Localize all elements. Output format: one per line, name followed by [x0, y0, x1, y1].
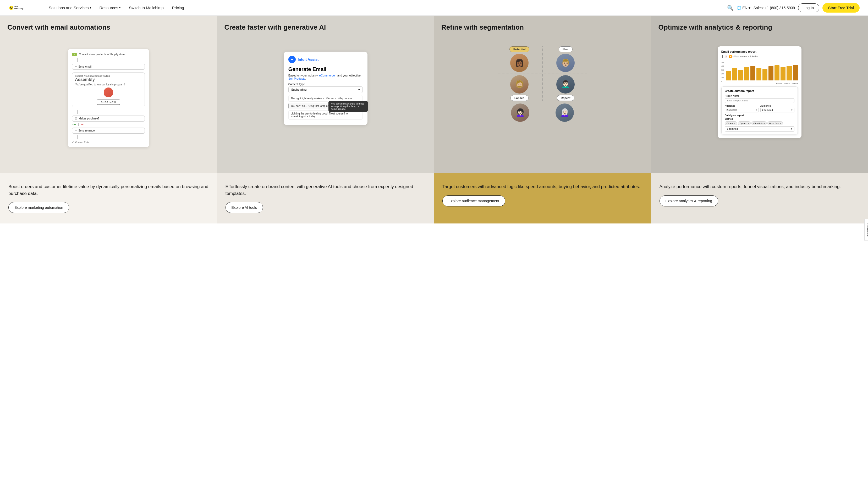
- chevron-down-icon: ▾: [791, 109, 793, 111]
- search-icon[interactable]: 🔍: [727, 5, 734, 11]
- reporting-description: Analyze performance with custom reports,…: [659, 183, 860, 190]
- person-avatar-1: 👩🏾: [510, 54, 529, 72]
- explore-marketing-button[interactable]: Explore marketing automation: [8, 202, 69, 213]
- seg-cell-repeat: 👨🏻‍🦱 Repeat: [544, 75, 587, 101]
- analytics-report-title: Email performance report: [721, 50, 798, 53]
- bar-11: [786, 66, 792, 81]
- bar-9: [775, 65, 779, 81]
- analytics-heading: Optimize with analytics & reporting: [651, 16, 868, 36]
- marketing-description: Boost orders and customer lifetime value…: [8, 183, 209, 197]
- y-axis: 50k40k30k20k10k0: [721, 62, 725, 83]
- flow-send-reminder: ✉ Send reminder: [72, 128, 145, 133]
- switch-link[interactable]: Switch to Mailchimp: [126, 3, 167, 12]
- bar-chart: [726, 59, 798, 81]
- explore-ai-button[interactable]: Explore AI tools: [225, 202, 263, 213]
- ai-description: Effortlessly create on-brand content wit…: [225, 183, 426, 197]
- menu-icon[interactable]: Memo: Clicked ▾: [740, 55, 758, 58]
- line-chart-icon[interactable]: 📈: [724, 55, 727, 58]
- bar-2: [732, 68, 737, 81]
- potential-badge: Potential: [509, 47, 529, 52]
- content-type-select[interactable]: Subheading ▾: [288, 86, 363, 93]
- bar-10: [780, 67, 785, 81]
- analytics-card: Email performance report ▐ 📈 🔽 Fill as M…: [718, 47, 802, 138]
- feedback-tab[interactable]: Feedback: [864, 219, 868, 223]
- svg-text:mailchimp: mailchimp: [14, 7, 24, 9]
- automation-visual: S Contact views products in Shopify stor…: [0, 36, 217, 173]
- metrics-tags: Clicked × Opened × Click Rate × Open Rat…: [725, 121, 795, 125]
- filter-icon[interactable]: 🔽 Fill as: [729, 55, 739, 58]
- seg-grid: Potential 👩🏾 New 👨🏼: [498, 47, 587, 101]
- chevron-down-icon: ▾: [791, 128, 792, 130]
- pricing-link[interactable]: Pricing: [169, 3, 187, 12]
- metrics-label: Metrics: [725, 118, 795, 120]
- audience-row: Audience 2 selected ▾ Audience 2 selecte…: [725, 104, 795, 112]
- flow-line: [77, 58, 78, 62]
- lapsed-badge: Lapsed: [510, 95, 529, 101]
- ecommerce-link[interactable]: eCommerce: [319, 74, 335, 77]
- bar-chart-icon[interactable]: ▐: [721, 55, 723, 58]
- bottom-cards-section: Boost orders and customer lifetime value…: [0, 173, 868, 223]
- bar-4: [744, 67, 749, 81]
- selected-metrics-dropdown[interactable]: 6 selected ▾: [725, 126, 795, 131]
- flow-send-email: ✉ Send email: [72, 64, 145, 70]
- svg-point-2: [12, 6, 12, 8]
- seg-cell-potential: Potential 👩🏾: [498, 47, 541, 72]
- analytics-visual: Email performance report ▐ 📈 🔽 Fill as M…: [651, 36, 868, 173]
- person-icon: 👩🏾: [515, 58, 524, 67]
- audience-select-2[interactable]: 2 selected ▾: [761, 108, 795, 112]
- chart-toolbar: ▐ 📈 🔽 Fill as Memo: Clicked ▾: [721, 55, 798, 58]
- audience-select-1[interactable]: 2 selected ▾: [725, 108, 759, 112]
- metric-opened[interactable]: Opened ×: [738, 121, 751, 125]
- report-name-field: Report Name: [725, 95, 795, 103]
- audience-field-1: Audience 2 selected ▾: [725, 104, 759, 112]
- intuit-assist-icon: ✦: [288, 56, 296, 63]
- feature-ai: Create faster with generative AI ✦ Intui…: [217, 16, 434, 173]
- flow-shopify: S Contact views products in Shopify stor…: [72, 53, 145, 56]
- content-type-label: Content Type: [288, 83, 363, 86]
- tooltip: You can't hold a candle to these savings…: [329, 101, 368, 112]
- nav-links: Solutions and Services ▾ Resources ▾ Swi…: [45, 3, 727, 12]
- nav-right: 🔍 🌐 EN ▾ Sales: +1 (800) 315-5939 Log In…: [727, 3, 860, 12]
- segmentation-grid: Potential 👩🏾 New 👨🏼: [498, 47, 587, 122]
- phone-number: Sales: +1 (800) 315-5939: [753, 6, 795, 10]
- bar-5: [750, 66, 755, 81]
- email-icon: ✉: [75, 65, 77, 68]
- dashed-horizontal-line: [498, 73, 587, 74]
- feature-analytics: Optimize with analytics & reporting Emai…: [651, 16, 868, 173]
- login-button[interactable]: Log In: [798, 3, 819, 12]
- svg-point-1: [10, 6, 11, 8]
- chevron-down-icon: ▾: [756, 109, 757, 111]
- person-icon: 👩🏻‍🦳: [560, 108, 569, 117]
- logo[interactable]: intuit mailchimp: [8, 3, 37, 12]
- automation-heading: Convert with email automations: [0, 16, 217, 36]
- content-block-1: The right light really makes a differenc…: [288, 95, 363, 102]
- report-name-input[interactable]: [725, 98, 795, 103]
- ai-heading: Create faster with generative AI: [217, 16, 434, 36]
- resources-menu[interactable]: Resources ▾: [96, 3, 124, 12]
- person-icon: 👨🏼: [561, 58, 570, 67]
- solutions-menu[interactable]: Solutions and Services ▾: [45, 3, 94, 12]
- person-avatar-3: 🧔🏼: [510, 75, 529, 93]
- person-icon: 👩🏻‍🦱: [516, 108, 525, 117]
- bottom-card-ai: Effortlessly create on-brand content wit…: [217, 173, 434, 223]
- gen-email-title: Generate Email: [288, 66, 363, 72]
- metric-clicked[interactable]: Clicked ×: [725, 121, 737, 125]
- metric-open-rate[interactable]: Open Rate ×: [768, 121, 783, 125]
- language-selector[interactable]: 🌐 EN ▾: [737, 6, 750, 10]
- seg-cell-lapsed-person: 🧔🏼 Lapsed: [498, 75, 541, 101]
- metric-click-rate[interactable]: Click Rate ×: [751, 121, 766, 125]
- lamp-icon: [104, 88, 113, 97]
- trial-button[interactable]: Start Free Trial: [823, 3, 860, 12]
- sell-products-link[interactable]: Sell Products: [288, 77, 305, 80]
- exit-icon: ✓: [72, 141, 74, 144]
- explore-audience-button[interactable]: Explore audience management: [442, 196, 505, 206]
- explore-reporting-button[interactable]: Explore analytics & reporting: [659, 196, 718, 206]
- flow-line: [77, 110, 78, 114]
- automation-card: S Contact views products in Shopify stor…: [68, 49, 149, 147]
- custom-report-panel: Create custom report Report Name Audienc…: [721, 86, 798, 134]
- email-icon: ✉: [75, 129, 77, 132]
- segmentation-heading: Refine with segmentation: [434, 16, 651, 36]
- check-icon: ☑: [75, 117, 77, 120]
- panel-title: Create custom report: [725, 89, 795, 92]
- person-avatar-2: 👨🏼: [556, 54, 575, 72]
